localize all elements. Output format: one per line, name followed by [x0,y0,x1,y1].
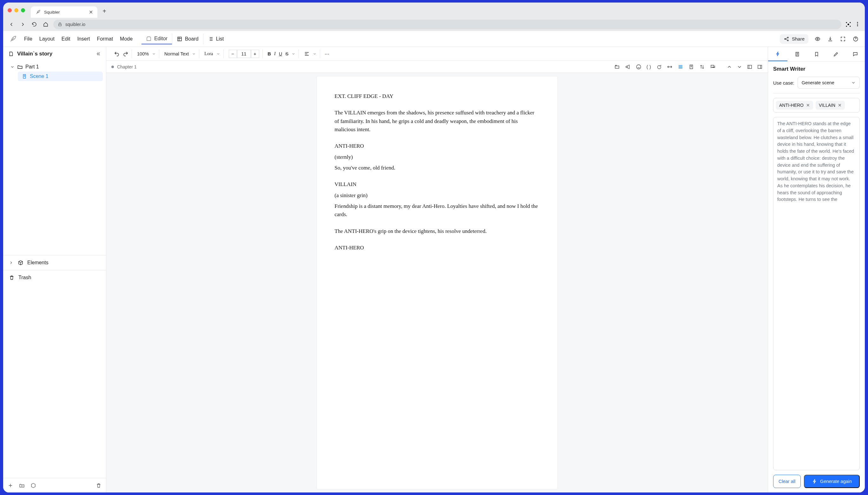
tree-scene[interactable]: Scene 1 [18,72,103,81]
zoom-select[interactable]: 100% [134,49,159,58]
menu-edit[interactable]: Edit [62,36,70,42]
view-board-label: Board [185,36,199,42]
document[interactable]: EXT. CLIFF EDGE - DAYThe VILLAIN emerges… [317,76,558,489]
tab-notes[interactable] [787,47,807,61]
generate-again-button[interactable]: Generate again [804,475,860,488]
svg-point-10 [787,40,788,41]
preview-icon[interactable] [814,35,821,42]
forward-button[interactable] [19,21,27,28]
megaphone-icon[interactable] [625,64,631,70]
parenthetical-icon[interactable]: ( ) [646,64,651,69]
home-button[interactable] [42,21,49,28]
download-icon[interactable] [827,35,834,42]
document-scroll[interactable]: EXT. CLIFF EDGE - DAYThe VILLAIN emerges… [106,73,768,493]
chip-label: VILLAIN [819,103,835,108]
chip[interactable]: ANTI-HERO✕ [776,101,813,110]
note-icon[interactable] [688,64,694,70]
doc-line: So, you've come, old friend. [335,164,540,172]
share-button[interactable]: Share [780,34,808,44]
underline-icon[interactable]: U [279,51,282,56]
new-tab-button[interactable]: + [99,6,110,16]
add-icon[interactable] [7,483,13,488]
font-size-value[interactable]: 11 [237,50,251,58]
more-format-icon[interactable]: ⋯ [322,51,332,56]
chip-remove-icon[interactable]: ✕ [806,103,810,108]
paragraph-style-select[interactable]: Normal Text [161,49,199,58]
svg-rect-15 [758,65,762,68]
use-case-select[interactable]: Generate scene [798,77,860,89]
font-select[interactable]: Lora [201,49,223,58]
trash-section[interactable]: Trash [3,270,106,285]
comments-icon[interactable] [710,64,716,70]
menu-file[interactable]: File [24,36,32,42]
tab-bookmark[interactable] [807,47,826,61]
tab-edit[interactable] [826,47,846,61]
elements-section[interactable]: Elements [3,255,106,270]
bold-icon[interactable]: B [268,51,271,56]
reload-button[interactable] [31,21,38,28]
new-folder-icon[interactable] [19,483,25,488]
new-element-icon[interactable] [31,483,36,488]
redo-icon[interactable] [123,51,129,57]
align-icon[interactable] [304,51,310,57]
svg-rect-14 [748,65,752,68]
minimize-window-icon[interactable] [14,8,18,12]
share-label: Share [792,36,805,41]
italic-icon[interactable]: I [274,51,276,56]
character-icon[interactable] [636,64,641,70]
style-value: Normal Text [164,51,189,56]
clear-all-button[interactable]: Clear all [773,475,801,488]
chip-label: ANTI-HERO [779,103,804,108]
zoom-value: 100% [137,51,149,56]
svg-point-6 [857,24,858,25]
scene-slug-icon[interactable] [614,64,620,70]
svg-point-9 [787,37,788,38]
font-size-decrease[interactable]: − [229,50,237,58]
chips-input[interactable]: ANTI-HERO✕VILLAIN✕ [773,98,860,113]
browser-menu-icon[interactable] [855,21,861,28]
svg-point-3 [846,26,847,27]
close-window-icon[interactable] [7,8,12,12]
chip-remove-icon[interactable]: ✕ [838,103,842,108]
nav-tools [726,64,763,70]
undo-icon[interactable] [114,51,120,57]
view-board[interactable]: Board [172,34,203,44]
app-logo[interactable] [9,35,17,43]
browser-tab[interactable]: Squibler ✕ [31,6,97,18]
svg-point-0 [848,24,849,25]
tab-chat[interactable] [846,47,865,61]
close-tab-icon[interactable]: ✕ [89,9,93,15]
panel-right-icon[interactable] [757,64,763,70]
font-size-increase[interactable]: + [251,50,259,58]
menu-insert[interactable]: Insert [77,36,90,42]
tab-smart-writer[interactable] [768,47,787,61]
delete-icon[interactable] [96,483,101,488]
prev-chapter-icon[interactable] [726,64,732,70]
action-icon[interactable] [678,64,683,70]
back-button[interactable] [7,21,15,28]
dialogue-icon[interactable] [656,64,662,70]
menu-format[interactable]: Format [97,36,113,42]
tree-scene-label: Scene 1 [30,73,49,79]
chip[interactable]: VILLAIN✕ [816,101,845,110]
sort-icon[interactable] [699,64,705,70]
strike-icon[interactable]: S [285,51,289,56]
sidebar: Villain`s story Part 1 Scene 1 [3,47,106,493]
next-chapter-icon[interactable] [737,64,742,70]
address-bar[interactable]: squibler.io [53,20,841,29]
view-list[interactable]: List [203,34,228,44]
menu-mode[interactable]: Mode [120,36,133,42]
generate-again-label: Generate again [820,479,852,484]
feather-icon [35,9,41,15]
maximize-window-icon[interactable] [21,8,25,12]
fullscreen-icon[interactable] [839,35,847,42]
help-icon[interactable] [852,35,859,42]
view-editor[interactable]: Editor [142,34,172,44]
panel-left-icon[interactable] [747,64,753,70]
collapse-sidebar-icon[interactable] [95,51,101,57]
transition-icon[interactable] [667,64,673,70]
tree-part[interactable]: Part 1 [9,62,103,72]
extension-icon[interactable] [845,21,852,28]
view-editor-label: Editor [154,36,167,41]
menu-layout[interactable]: Layout [39,36,54,42]
